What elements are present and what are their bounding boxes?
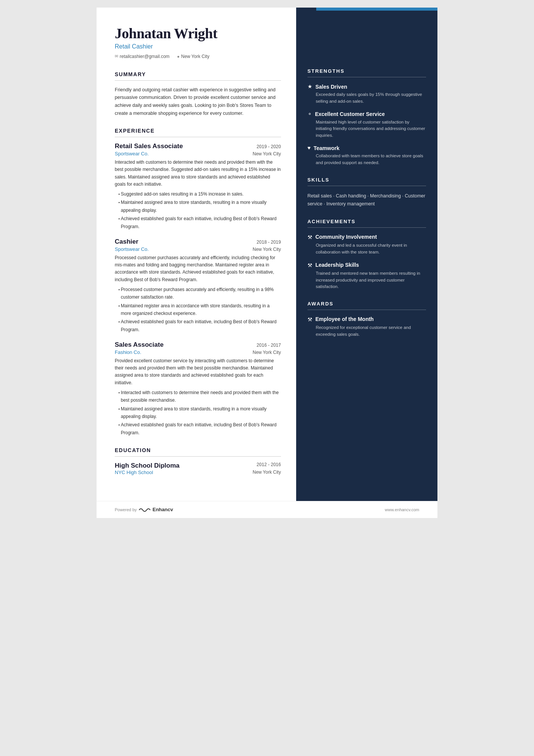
exp-entry-3: Sales Associate 2016 - 2017 Fashion Co. … [115,341,281,437]
achievement-1: ⚒ Community Involvement Organized and le… [308,234,426,256]
bullet-3-1: Interacted with customers to determine t… [121,389,281,404]
exp-company-3: Fashion Co. [115,349,141,355]
achievements-title: ACHIEVEMENTS [308,219,426,224]
achievement-title-2: Leadership Skills [315,262,359,268]
edu-sub-1: NYC High School New York City [115,470,281,475]
bullet-3-2: Maintained assigned area to store standa… [121,405,281,421]
edu-entry-1: High School Diploma 2012 - 2016 NYC High… [115,462,281,475]
location-text: New York City [181,54,209,59]
exp-desc-1: Interacted with customers to determine t… [115,159,281,188]
bullet-1-2: Maintained assigned area to store standa… [121,199,281,214]
strength-title-1: Sales Driven [315,84,347,90]
bullet-3-3: Achieved established goals for each init… [121,421,281,437]
candidate-name: Johnatan Wright [115,26,281,42]
exp-location-1: New York City [253,151,281,157]
strengths-section: STRENGTHS ★ Sales Driven Exceeded daily … [308,68,426,166]
exp-title-2: Cashier [115,238,138,246]
strength-desc-1: Exceeded daily sales goals by 15% throug… [308,91,426,105]
strengths-divider [308,77,426,77]
exp-bullets-1: Suggested add-on sales resulting in a 15… [115,190,281,230]
exp-title-1: Retail Sales Associate [115,142,183,150]
email-text: retailcashier@gmail.com [120,54,170,59]
edu-header-1: High School Diploma 2012 - 2016 [115,462,281,470]
edu-location-1: New York City [253,470,281,475]
exp-sub-3: Fashion Co. New York City [115,349,281,355]
right-column: STRENGTHS ★ Sales Driven Exceeded daily … [296,8,437,501]
strength-2: ⚬ Excellent Customer Service Maintained … [308,111,426,139]
bulb-icon: ⚬ [308,111,312,117]
award-desc-1: Recognized for exceptional customer serv… [308,324,426,338]
left-column: Johnatan Wright Retail Cashier ✉ retailc… [97,8,296,501]
brand-name: Enhancv [153,507,173,512]
edu-dates-1: 2012 - 2016 [257,462,281,470]
exp-dates-1: 2019 - 2020 [257,144,281,149]
summary-text: Friendly and outgoing retail cashier wit… [115,86,281,117]
achievement-header-1: ⚒ Community Involvement [308,234,426,241]
awards-title: AWARDS [308,301,426,307]
heart-icon: ♥ [308,145,311,151]
strength-title-3: Teamwork [314,145,339,151]
summary-divider [115,80,281,81]
achievements-divider [308,227,426,228]
bullet-2-3: Achieved established goals for each init… [121,318,281,333]
skills-text: Retail sales · Cash handling · Merchandi… [308,192,426,208]
email-icon: ✉ [115,54,118,59]
achievement-header-2: ⚒ Leadership Skills [308,262,426,269]
achievement-icon-1: ⚒ [308,234,312,241]
skills-divider [308,186,426,186]
exp-sub-2: Sportswear Co. New York City [115,246,281,252]
experience-section: EXPERIENCE Retail Sales Associate 2019 -… [115,128,281,437]
bullet-1-3: Achieved established goals for each init… [121,215,281,230]
experience-divider [115,137,281,137]
header-section: Johnatan Wright Retail Cashier ✉ retailc… [115,26,281,59]
strength-header-2: ⚬ Excellent Customer Service [308,111,426,117]
edu-degree-1: High School Diploma [115,462,180,470]
strength-title-2: Excellent Customer Service [315,111,385,117]
exp-bullets-2: Processed customer purchases accurately … [115,286,281,333]
bullet-2-2: Maintained register area in accordance w… [121,302,281,318]
strength-desc-3: Collaborated with team members to achiev… [308,153,426,166]
enhancv-logo: Enhancv [139,507,173,513]
email-contact: ✉ retailcashier@gmail.com [115,54,170,59]
summary-section: SUMMARY Friendly and outgoing retail cas… [115,71,281,117]
awards-section: AWARDS ⚒ Employee of the Month Recognize… [308,301,426,338]
exp-desc-3: Provided excellent customer service by i… [115,357,281,387]
location-contact: ● New York City [177,54,209,59]
location-icon: ● [177,54,180,59]
exp-header-1: Retail Sales Associate 2019 - 2020 [115,142,281,150]
star-icon: ★ [308,83,312,90]
achievements-section: ACHIEVEMENTS ⚒ Community Involvement Org… [308,219,426,290]
strength-header-1: ★ Sales Driven [308,83,426,90]
exp-bullets-3: Interacted with customers to determine t… [115,389,281,437]
award-icon-1: ⚒ [308,316,312,323]
exp-desc-2: Processed customer purchases accurately … [115,254,281,283]
exp-entry-2: Cashier 2018 - 2019 Sportswear Co. New Y… [115,238,281,333]
edu-school-1: NYC High School [115,470,153,475]
exp-location-2: New York City [253,247,281,252]
bullet-1-1: Suggested add-on sales resulting in a 15… [121,190,281,198]
achievement-title-1: Community Involvement [315,234,377,240]
skills-section: SKILLS Retail sales · Cash handling · Me… [308,177,426,208]
footer-left: Powered by Enhancv [115,507,173,513]
powered-by-text: Powered by [115,507,137,512]
exp-dates-3: 2016 - 2017 [257,343,281,348]
footer-bar: Powered by Enhancv www.enhancv.com [97,501,437,518]
exp-location-3: New York City [253,350,281,355]
skills-title: SKILLS [308,177,426,183]
exp-header-3: Sales Associate 2016 - 2017 [115,341,281,349]
achievement-desc-2: Trained and mentored new team members re… [308,270,426,290]
summary-title: SUMMARY [115,71,281,77]
achievement-2: ⚒ Leadership Skills Trained and mentored… [308,262,426,290]
exp-company-1: Sportswear Co. [115,151,149,157]
strength-desc-2: Maintained high level of customer satisf… [308,119,426,139]
strengths-title: STRENGTHS [308,68,426,74]
website-text: www.enhancv.com [385,507,419,512]
exp-dates-2: 2018 - 2019 [257,239,281,245]
exp-title-3: Sales Associate [115,341,164,349]
award-header-1: ⚒ Employee of the Month [308,316,426,323]
exp-company-2: Sportswear Co. [115,246,149,252]
exp-sub-1: Sportswear Co. New York City [115,151,281,157]
job-title: Retail Cashier [115,43,281,50]
strength-header-3: ♥ Teamwork [308,145,426,151]
exp-entry-1: Retail Sales Associate 2019 - 2020 Sport… [115,142,281,230]
